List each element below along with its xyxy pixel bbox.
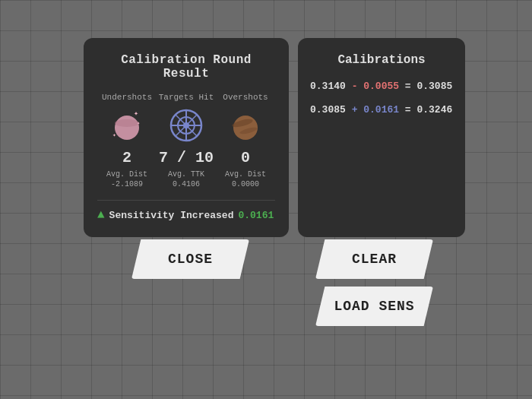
svg-text:✦: ✦ [137, 120, 141, 126]
svg-text:✦: ✦ [134, 109, 138, 118]
sensitivity-row: ▲ Sensitivity Increased 0.0161 [97, 200, 275, 222]
close-button[interactable]: CLOSE [131, 239, 249, 279]
undershots-col: Undershots ✦ ✦ ✦ 2 Avg. Dist -2.108 [97, 93, 157, 189]
right-buttons-container: CLEAR LOAD SENS [315, 239, 433, 326]
overshots-value: 0 [241, 149, 250, 166]
result-panel-title: Calibration Round Result [97, 53, 275, 81]
overshots-col: Overshots 0 Avg. Dist 0.0000 [216, 93, 275, 189]
targets-icon [167, 106, 205, 144]
sensitivity-value: 0.0161 [238, 210, 274, 221]
undershots-value: 2 [122, 149, 131, 166]
targets-col: Targets Hit [157, 93, 216, 189]
calib-line-1: 0.3140 - 0.0055 = 0.3085 [310, 79, 453, 95]
load-sens-button[interactable]: LOAD SENS [315, 287, 433, 326]
clear-button[interactable]: CLEAR [315, 239, 433, 279]
calibrations-title: Calibrations [310, 53, 453, 67]
targets-value: 7 / 10 [159, 149, 214, 166]
undershots-icon: ✦ ✦ ✦ [108, 106, 146, 144]
overshots-sub: Avg. Dist 0.0000 [225, 169, 266, 189]
calibrations-panel: Calibrations 0.3140 - 0.0055 = 0.3085 0.… [298, 38, 465, 237]
result-panel: Calibration Round Result Undershots ✦ ✦ … [84, 38, 289, 237]
undershots-label: Undershots [102, 93, 152, 102]
calib-line-2: 0.3085 + 0.0161 = 0.3246 [310, 103, 453, 119]
svg-point-1 [115, 119, 139, 127]
svg-point-0 [115, 116, 139, 140]
svg-point-11 [183, 122, 189, 128]
overshots-label: Overshots [223, 93, 268, 102]
sensitivity-label: Sensitivity Increased [109, 210, 234, 221]
svg-text:✦: ✦ [112, 131, 116, 138]
undershots-sub: Avg. Dist -2.1089 [106, 169, 147, 189]
targets-sub: Avg. TTK 0.4106 [168, 169, 204, 189]
arrow-up-icon: ▲ [97, 208, 105, 222]
overshots-icon [226, 106, 264, 144]
stats-row: Undershots ✦ ✦ ✦ 2 Avg. Dist -2.108 [97, 93, 275, 189]
targets-label: Targets Hit [159, 93, 214, 102]
close-button-container: CLOSE [131, 239, 249, 279]
